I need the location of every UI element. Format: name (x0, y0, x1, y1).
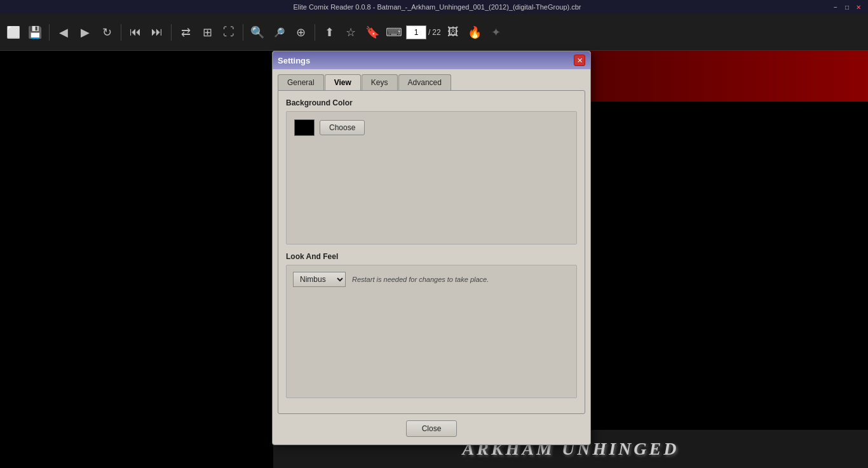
page-number-input[interactable]: 1 (406, 25, 426, 39)
settings-tabs: General View Keys Advanced (278, 74, 585, 90)
tab-view[interactable]: View (325, 74, 361, 90)
toolbar-separator-5 (315, 24, 315, 41)
dialog-close-x-button[interactable]: ✕ (574, 55, 585, 66)
titlebar: Elite Comix Reader 0.0.8 - Batman_-_Arkh… (0, 0, 868, 14)
titlebar-title: Elite Comix Reader 0.0.8 - Batman_-_Arkh… (43, 3, 831, 11)
save-button[interactable]: 💾 (25, 23, 44, 42)
tab-keys[interactable]: Keys (362, 74, 398, 90)
theme-select[interactable]: Nimbus GTK+ Metal Windows (293, 272, 346, 287)
settings-dialog: Settings ✕ General View Keys Advanced Ba… (272, 51, 591, 445)
prev-prev-button[interactable]: ⏮ (126, 23, 145, 42)
color-swatch[interactable] (294, 119, 315, 136)
new-button[interactable]: ⬜ (4, 23, 23, 42)
toolbar-separator-1 (49, 24, 50, 41)
page-input-group: 1 / 22 (406, 25, 441, 39)
toolbar-separator-2 (121, 24, 121, 41)
forward-button[interactable]: ▶ (76, 23, 95, 42)
titlebar-controls: − □ ✕ (831, 3, 863, 11)
zoom-fit-button[interactable]: ⊞ (198, 23, 217, 42)
fullscreen-button[interactable]: ⛶ (219, 23, 238, 42)
background-color-box: Choose (286, 111, 577, 244)
toolbar: ⬜ 💾 ◀ ▶ ↻ ⏮ ⏭ ⇄ ⊞ ⛶ 🔍 🔎 ⊕ ⬆ ☆ 🔖 ⌨ 1 / 22… (0, 14, 868, 51)
zoom-in-button[interactable]: 🔍 (248, 23, 267, 42)
dialog-content: General View Keys Advanced Background Co… (273, 69, 590, 445)
choose-color-button[interactable]: Choose (320, 120, 365, 135)
page-total: 22 (432, 28, 440, 37)
tab-advanced[interactable]: Advanced (398, 74, 451, 90)
zoom-out-button[interactable]: 🔎 (269, 23, 288, 42)
next-next-button[interactable]: ⏭ (147, 23, 166, 42)
upload-button[interactable]: ⬆ (320, 23, 339, 42)
close-button[interactable]: Close (406, 420, 458, 437)
back-button[interactable]: ◀ (54, 23, 73, 42)
bookmark-button[interactable]: ☆ (341, 23, 360, 42)
color-picker-row: Choose (294, 119, 365, 136)
refresh-button[interactable]: ↻ (97, 23, 116, 42)
background-color-label: Background Color (286, 98, 577, 107)
page-separator: / (428, 28, 430, 37)
look-and-feel-label: Look And Feel (286, 252, 577, 261)
tab-general[interactable]: General (278, 74, 324, 90)
look-and-feel-row: Nimbus GTK+ Metal Windows Restart is nee… (293, 272, 570, 287)
flip-button[interactable]: ⇄ (176, 23, 195, 42)
zoom-custom-button[interactable]: ⊕ (291, 23, 310, 42)
dialog-title: Settings (278, 56, 310, 65)
settings-button[interactable]: ✦ (487, 23, 506, 42)
minimize-button[interactable]: − (831, 3, 840, 11)
tab-content-view: Background Color Choose Look And Feel Ni… (278, 90, 585, 414)
maximize-button[interactable]: □ (843, 3, 851, 11)
dialog-titlebar: Settings ✕ (273, 51, 590, 69)
look-and-feel-box: Nimbus GTK+ Metal Windows Restart is nee… (286, 265, 577, 398)
keyboard-button[interactable]: ⌨ (384, 23, 403, 42)
bookmark-list-button[interactable]: 🔖 (363, 23, 382, 42)
dialog-footer: Close (278, 414, 585, 439)
toolbar-separator-3 (171, 24, 172, 41)
fire-button[interactable]: 🔥 (465, 23, 484, 42)
close-window-button[interactable]: ✕ (854, 3, 863, 11)
toolbar-separator-4 (243, 24, 243, 41)
restart-note: Restart is needed for changes to take pl… (352, 276, 489, 283)
thumbnail-button[interactable]: 🖼 (444, 23, 463, 42)
